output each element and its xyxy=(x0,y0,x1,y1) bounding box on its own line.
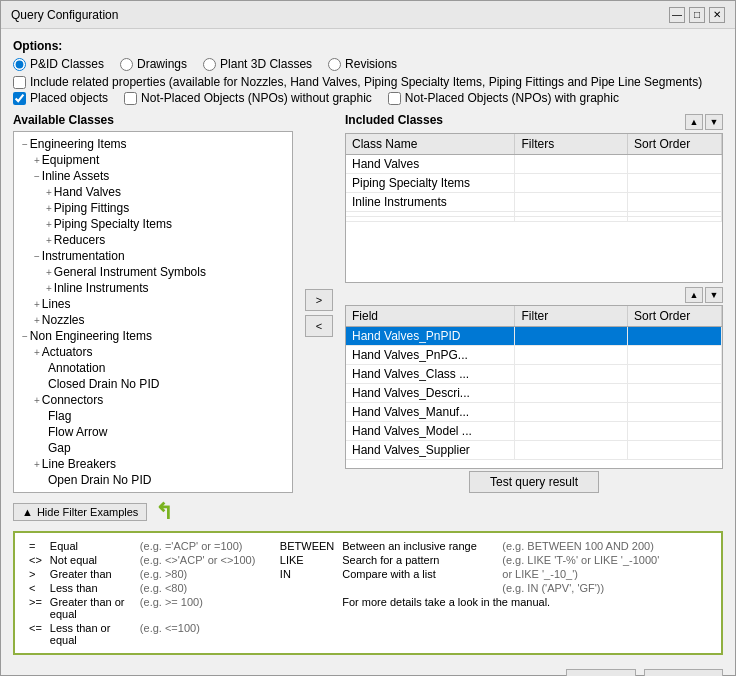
green-arrow-indicator: ↰ xyxy=(155,499,173,525)
cell-field: Hand Valves_Descri... xyxy=(346,384,515,403)
tree-item-non-engineering[interactable]: − Non Engineering Items xyxy=(14,328,292,344)
tree-label: Equipment xyxy=(42,153,99,167)
tree-label: Actuators xyxy=(42,345,93,359)
filter-fields-table-container[interactable]: Field Filter Sort Order Hand Valves_PnPI… xyxy=(345,305,723,469)
tree-item-gap[interactable]: Gap xyxy=(14,440,292,456)
tree-item-open-drain[interactable]: Open Drain No PID xyxy=(14,472,292,488)
tree-item-piping-fittings[interactable]: + Piping Fittings xyxy=(14,200,292,216)
tree-label: Instrumentation xyxy=(42,249,125,263)
desc-cell: Equal xyxy=(46,539,136,553)
test-query-button[interactable]: Test query result xyxy=(469,471,599,493)
tree-item-connectors[interactable]: + Connectors xyxy=(14,392,292,408)
included-classes-header: Included Classes ▲ ▼ xyxy=(345,113,723,131)
tree-item-closed-drain[interactable]: Closed Drain No PID xyxy=(14,376,292,392)
tree-item-engineering[interactable]: − Engineering Items xyxy=(14,136,292,152)
filter-examples-wrapper: ▲ Hide Filter Examples ↰ = Equal (e.g. =… xyxy=(13,499,723,655)
options-section: Options: P&ID Classes Drawings Plant 3D … xyxy=(13,39,723,107)
cell-sort-order xyxy=(628,155,722,174)
tree-item-actuators[interactable]: + Actuators xyxy=(14,344,292,360)
scroll-up-button[interactable]: ▲ xyxy=(685,114,703,130)
included-classes-table-container[interactable]: Class Name Filters Sort Order Hand Valve… xyxy=(345,133,723,283)
cell-sort xyxy=(628,365,722,384)
table-row[interactable] xyxy=(346,217,722,222)
ok-button[interactable]: OK xyxy=(566,669,636,676)
desc-cell: Not equal xyxy=(46,553,136,567)
table-row[interactable]: Hand Valves xyxy=(346,155,722,174)
tree-label: Lines xyxy=(42,297,71,311)
table-row[interactable]: Hand Valves_PnPG... xyxy=(346,346,722,365)
tree-item-line-breakers[interactable]: + Line Breakers xyxy=(14,456,292,472)
scroll-down-button[interactable]: ▼ xyxy=(705,114,723,130)
cell-field: Hand Valves_Manuf... xyxy=(346,403,515,422)
table-row-selected[interactable]: Hand Valves_PnPID xyxy=(346,327,722,346)
cell-filter xyxy=(515,441,628,460)
sym-cell: <> xyxy=(25,553,46,567)
hide-filter-examples-button[interactable]: ▲ Hide Filter Examples xyxy=(13,503,147,521)
example-cell: (e.g. <80) xyxy=(136,581,276,595)
tree-item-flag[interactable]: Flag xyxy=(14,408,292,424)
tree-item-instrumentation[interactable]: − Instrumentation xyxy=(14,248,292,264)
filter-example-row: <> Not equal (e.g. <>'ACP' or <>100) LIK… xyxy=(25,553,711,567)
remove-class-button[interactable]: < xyxy=(305,315,333,337)
filter-example-row: <= Less than or equal (e.g. <=100) xyxy=(25,621,711,647)
table-row[interactable]: Hand Valves_Supplier xyxy=(346,441,722,460)
available-classes-tree[interactable]: − Engineering Items + Equipment − Inline… xyxy=(13,131,293,493)
hide-btn-row: ▲ Hide Filter Examples ↰ xyxy=(13,499,723,525)
op-desc-cell: For more details take a look in the manu… xyxy=(338,595,711,621)
filter-scroll-up-button[interactable]: ▲ xyxy=(685,287,703,303)
include-related-checkbox[interactable] xyxy=(13,76,26,89)
add-class-button[interactable]: > xyxy=(305,289,333,311)
tree-label: Inline Instruments xyxy=(54,281,149,295)
table-row[interactable]: Inline Instruments xyxy=(346,193,722,212)
tree-item-reducers[interactable]: + Reducers xyxy=(14,232,292,248)
placed-objects-check[interactable]: Placed objects xyxy=(13,91,108,105)
table-row[interactable]: Hand Valves_Descri... xyxy=(346,384,722,403)
tree-item-inline-assets[interactable]: − Inline Assets xyxy=(14,168,292,184)
not-placed-npo-graphic-check[interactable]: Not-Placed Objects (NPOs) with graphic xyxy=(388,91,619,105)
query-config-window: Query Configuration — □ ✕ Options: P&ID … xyxy=(0,0,736,676)
tree-item-inline-instruments[interactable]: + Inline Instruments xyxy=(14,280,292,296)
tree-item-gen-instrument[interactable]: + General Instrument Symbols xyxy=(14,264,292,280)
op-desc-cell xyxy=(338,621,498,647)
minimize-button[interactable]: — xyxy=(669,7,685,23)
example-cell: (e.g. >= 100) xyxy=(136,595,276,621)
tree-item-flow-arrow[interactable]: Flow Arrow xyxy=(14,424,292,440)
op-desc-cell xyxy=(338,581,498,595)
tree-item-hand-valves[interactable]: + Hand Valves xyxy=(14,184,292,200)
sym-cell: < xyxy=(25,581,46,595)
tree-label: Reducers xyxy=(54,233,105,247)
tree-item-annotation[interactable]: Annotation xyxy=(14,360,292,376)
filter-example-row: = Equal (e.g. ='ACP' or =100) BETWEEN Be… xyxy=(25,539,711,553)
window-controls: — □ ✕ xyxy=(669,7,725,23)
table-row[interactable]: Hand Valves_Manuf... xyxy=(346,403,722,422)
close-button[interactable]: ✕ xyxy=(709,7,725,23)
not-placed-npo-check[interactable]: Not-Placed Objects (NPOs) without graphi… xyxy=(124,91,372,105)
radio-drawings[interactable]: Drawings xyxy=(120,57,187,71)
cell-filter xyxy=(515,346,628,365)
maximize-button[interactable]: □ xyxy=(689,7,705,23)
radio-pid[interactable]: P&ID Classes xyxy=(13,57,104,71)
tree-item-equipment[interactable]: + Equipment xyxy=(14,152,292,168)
cell-field: Hand Valves_PnPID xyxy=(346,327,515,346)
table-row[interactable]: Piping Specialty Items xyxy=(346,174,722,193)
expand-icon: + xyxy=(46,267,52,278)
table-row[interactable]: Hand Valves_Model ... xyxy=(346,422,722,441)
cell-sort xyxy=(628,346,722,365)
cancel-button[interactable]: Cancel xyxy=(644,669,723,676)
expand-icon: + xyxy=(34,155,40,166)
collapse-icon: ▲ xyxy=(22,506,33,518)
radio-plant3d[interactable]: Plant 3D Classes xyxy=(203,57,312,71)
table-row[interactable]: Hand Valves_Class ... xyxy=(346,365,722,384)
radio-revisions[interactable]: Revisions xyxy=(328,57,397,71)
filter-example-row: < Less than (e.g. <80) (e.g. IN ('APV', … xyxy=(25,581,711,595)
tree-item-lines[interactable]: + Lines xyxy=(14,296,292,312)
tree-label: Piping Specialty Items xyxy=(54,217,172,231)
expand-icon: − xyxy=(22,331,28,342)
desc-cell: Greater than xyxy=(46,567,136,581)
filter-scroll-down-button[interactable]: ▼ xyxy=(705,287,723,303)
tree-label: General Instrument Symbols xyxy=(54,265,206,279)
tree-item-piping-specialty[interactable]: + Piping Specialty Items xyxy=(14,216,292,232)
cell-sort-order xyxy=(628,174,722,193)
tree-item-nozzles[interactable]: + Nozzles xyxy=(14,312,292,328)
example-cell: (e.g. <=100) xyxy=(136,621,276,647)
